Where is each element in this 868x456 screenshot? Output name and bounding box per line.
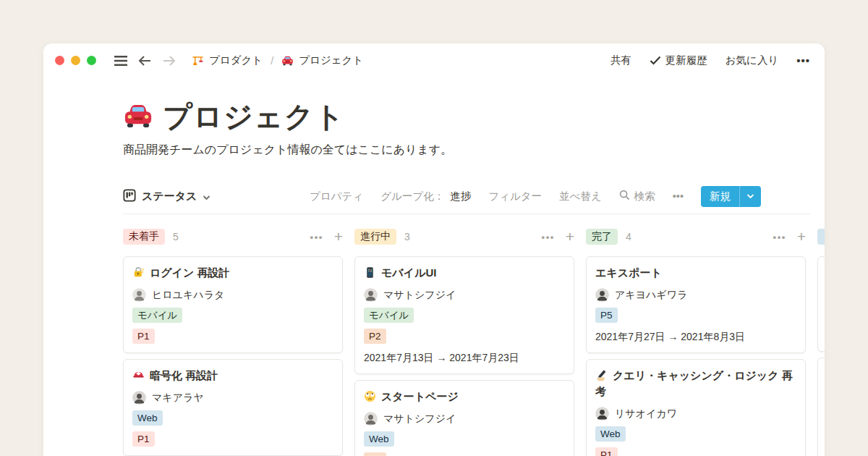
column-add-icon[interactable]: + bbox=[566, 229, 574, 244]
toolbar-more-icon[interactable]: ••• bbox=[673, 190, 684, 202]
avatar bbox=[364, 412, 378, 426]
card-tag: P2 bbox=[364, 329, 386, 344]
helmet-icon bbox=[132, 369, 145, 381]
kanban-card[interactable]: 暗号化 再設計 マキアラヤ Web P1 bbox=[123, 359, 343, 456]
column-count: 4 bbox=[626, 231, 631, 242]
card-title: 暗号化 再設計 bbox=[132, 368, 333, 384]
column-header: 未着手 5 ••• + bbox=[123, 227, 343, 246]
back-arrow-icon[interactable] bbox=[138, 55, 152, 67]
avatar bbox=[364, 288, 378, 302]
minimize-window-icon[interactable] bbox=[71, 56, 80, 65]
kanban-card[interactable]: ログイン 再設計 ヒロユキハラタ モバイル P1 bbox=[123, 256, 343, 353]
column-cards: モバイルUI マサトシフジイ モバイル P2 2021年7月13日 → 2021… bbox=[354, 256, 574, 456]
assignee-name: マサトシフジイ bbox=[383, 413, 456, 426]
card-tag: P1 bbox=[132, 329, 155, 344]
board-column-archived bbox=[817, 227, 825, 456]
kanban-card[interactable] bbox=[817, 358, 825, 456]
card-tag: Web bbox=[595, 426, 626, 442]
column-more-icon[interactable]: ••• bbox=[310, 232, 323, 242]
car-icon[interactable] bbox=[123, 100, 153, 133]
search-button[interactable]: 検索 bbox=[619, 190, 655, 203]
card-title: ログイン 再設計 bbox=[132, 265, 333, 281]
column-more-icon[interactable]: ••• bbox=[542, 232, 555, 242]
rolling-eyes-icon bbox=[364, 390, 376, 402]
window-topbar: プロダクト / プロジェクト 共有 更新履歴 お気に入り ••• bbox=[43, 43, 825, 77]
avatar bbox=[595, 288, 609, 302]
card-date-range: 2021年7月13日 → 2021年7月23日 bbox=[364, 351, 565, 365]
breadcrumb-item-product[interactable]: プロダクト bbox=[192, 54, 263, 67]
kanban-board: 未着手 5 ••• + ログイン 再設計 ヒロユキハラタ モバイル bbox=[123, 227, 825, 456]
filter-button[interactable]: フィルター bbox=[488, 190, 542, 203]
kanban-card[interactable]: モバイルUI マサトシフジイ モバイル P2 2021年7月13日 → 2021… bbox=[354, 256, 574, 374]
kanban-card[interactable] bbox=[817, 256, 825, 352]
card-title: スタートページ bbox=[364, 389, 565, 405]
favorite-button[interactable]: お気に入り bbox=[726, 54, 779, 67]
card-tag: P5 bbox=[595, 308, 618, 323]
card-title: クエリ・キャッシング・ロジック 再考 bbox=[595, 368, 796, 400]
assignee-name: マキアラヤ bbox=[152, 392, 204, 405]
avatar bbox=[132, 391, 146, 405]
kanban-card[interactable]: クエリ・キャッシング・ロジック 再考 リサオイカワ Web P1 bbox=[586, 359, 806, 456]
column-status-tag[interactable]: 未着手 bbox=[123, 229, 165, 245]
column-more-icon[interactable]: ••• bbox=[773, 232, 786, 242]
card-date-range: 2021年7月27日 → 2021年8月3日 bbox=[595, 330, 796, 344]
column-count: 5 bbox=[173, 231, 179, 242]
column-cards bbox=[817, 256, 825, 456]
breadcrumb: プロダクト / プロジェクト bbox=[192, 54, 363, 67]
chevron-down-icon bbox=[203, 190, 210, 203]
card-tag: モバイル bbox=[132, 308, 182, 323]
sort-button[interactable]: 並べ替え bbox=[559, 190, 602, 203]
updates-button[interactable]: 更新履歴 bbox=[650, 54, 707, 67]
card-tag: モバイル bbox=[364, 308, 414, 323]
board-column-done: 完了 4 ••• + エキスポート アキヨハギワラ P5 bbox=[586, 227, 806, 456]
toolbar-actions: プロパティ グループ化： 進捗 フィルター 並べ替え 検索 ••• 新規 bbox=[310, 186, 761, 207]
toolbar-divider bbox=[123, 214, 810, 214]
card-assignee: マサトシフジイ bbox=[364, 288, 565, 302]
new-button[interactable]: 新規 bbox=[701, 186, 761, 207]
page-content: プロジェクト 商品開発チームのプロジェクト情報の全てはここにあります。 ステータ… bbox=[43, 99, 825, 456]
board-icon bbox=[123, 189, 136, 204]
column-status-tag[interactable] bbox=[817, 229, 825, 245]
column-add-icon[interactable]: + bbox=[334, 229, 343, 244]
check-icon bbox=[650, 56, 661, 65]
page-title[interactable]: プロジェクト bbox=[163, 99, 345, 134]
hamburger-icon[interactable] bbox=[114, 55, 128, 67]
share-button[interactable]: 共有 bbox=[610, 54, 631, 67]
forward-arrow-icon[interactable] bbox=[162, 55, 176, 67]
card-assignee: ヒロユキハラタ bbox=[132, 288, 333, 302]
page-subtitle[interactable]: 商品開発チームのプロジェクト情報の全てはここにあります。 bbox=[123, 143, 825, 157]
card-assignee: マキアラヤ bbox=[132, 391, 333, 405]
view-toolbar: ステータス プロパティ グループ化： 進捗 フィルター 並べ替え 検索 bbox=[123, 185, 825, 207]
group-by-button[interactable]: グループ化： 進捗 bbox=[380, 190, 471, 203]
phone-icon bbox=[364, 266, 376, 279]
column-header: 完了 4 ••• + bbox=[586, 227, 806, 246]
car-icon bbox=[281, 54, 294, 67]
kanban-card[interactable]: エキスポート アキヨハギワラ P5 2021年7月27日 → 2021年8月3日 bbox=[586, 256, 806, 353]
breadcrumb-item-project[interactable]: プロジェクト bbox=[281, 54, 363, 67]
zoom-window-icon[interactable] bbox=[87, 56, 96, 65]
card-assignee: アキヨハギワラ bbox=[595, 288, 796, 302]
card-tag: Web bbox=[364, 431, 394, 447]
writing-hand-icon bbox=[595, 369, 608, 381]
page-title-row: プロジェクト bbox=[123, 99, 825, 134]
card-tag: P1 bbox=[132, 431, 155, 447]
view-switcher[interactable]: ステータス bbox=[123, 189, 210, 204]
column-status-tag[interactable]: 完了 bbox=[586, 229, 618, 245]
properties-button[interactable]: プロパティ bbox=[310, 190, 363, 203]
more-icon[interactable]: ••• bbox=[796, 54, 810, 67]
app-window: プロダクト / プロジェクト 共有 更新履歴 お気に入り ••• bbox=[43, 43, 825, 456]
column-status-tag[interactable]: 進行中 bbox=[354, 229, 396, 245]
group-by-value: 進捗 bbox=[450, 190, 471, 203]
traffic-lights bbox=[55, 56, 96, 65]
board-column-not-started: 未着手 5 ••• + ログイン 再設計 ヒロユキハラタ モバイル bbox=[123, 227, 343, 456]
column-header: 進行中 3 ••• + bbox=[354, 227, 574, 246]
breadcrumb-separator: / bbox=[271, 55, 273, 67]
kanban-card[interactable]: スタートページ マサトシフジイ Web P2 bbox=[354, 380, 574, 456]
breadcrumb-label: プロジェクト bbox=[299, 54, 363, 67]
column-add-icon[interactable]: + bbox=[797, 229, 806, 244]
search-icon bbox=[619, 190, 630, 203]
breadcrumb-label: プロダクト bbox=[209, 54, 263, 67]
chevron-down-icon[interactable] bbox=[739, 186, 761, 207]
close-window-icon[interactable] bbox=[55, 56, 64, 65]
assignee-name: リサオイカワ bbox=[615, 408, 677, 421]
